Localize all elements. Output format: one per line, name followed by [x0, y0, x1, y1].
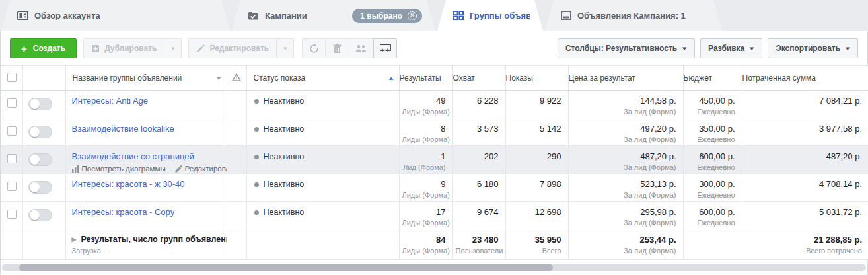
cost-value: 523,13 р. — [571, 179, 676, 189]
row-name-cell: Интересы: красота - Copy — [65, 202, 227, 229]
warning-icon — [232, 74, 241, 83]
view-charts-action[interactable]: Посмотреть диаграммы — [72, 165, 166, 173]
row-checkbox[interactable] — [7, 126, 17, 136]
header-cost[interactable]: Цена за результат — [568, 66, 683, 91]
row-reach-cell: 3 573 — [452, 118, 505, 146]
toolbar-right-group: Столбцы: Результативность ▼ Разбивка ▼ Э… — [558, 38, 858, 58]
action-label: Посмотреть диаграммы — [82, 165, 166, 173]
ab-test-people-icon[interactable] — [349, 38, 373, 58]
summary-cost: 253,44 р. За лид (Форма) — [568, 229, 683, 260]
adset-name-link[interactable]: Интересы: Anti Age — [72, 96, 149, 106]
table-row: Интересы: Anti Age Неактивно 49 Лиды (Фо… — [1, 91, 868, 118]
toolbar: + Создать Дублировать ▼ Редактировать ▼ — [1, 31, 867, 65]
row-toggle[interactable] — [28, 98, 52, 110]
header-spent[interactable]: Потраченная сумма — [742, 66, 868, 91]
row-checkbox[interactable] — [7, 182, 17, 191]
header-results[interactable]: Результаты — [399, 66, 452, 91]
spent-value: 3 977,58 р. — [745, 124, 863, 134]
adsets-table: Название группы объявлений ▼ Статус пока… — [1, 65, 868, 260]
budget-sub: Ежедневно — [686, 136, 735, 143]
placement-preview-icon[interactable] — [373, 38, 397, 58]
columns-button-label: Столбцы: Результативность — [565, 44, 677, 53]
export-button-label: Экспортировать — [776, 44, 840, 53]
summary-spent-value: 21 288,85 р. — [745, 235, 863, 245]
row-spent-cell: 487,20 р. — [742, 146, 868, 174]
header-status[interactable]: Статус показа ▲ — [246, 66, 399, 91]
row-checkbox[interactable] — [7, 210, 17, 219]
summary-spent-sub: Всего потрачено — [745, 247, 863, 255]
trash-icon[interactable] — [326, 38, 349, 58]
row-toggle[interactable] — [28, 209, 52, 221]
summary-results-sub: Лиды (Форма) — [402, 247, 446, 255]
duplicate-button[interactable]: Дублировать — [83, 38, 164, 58]
results-sub: Лид (Форма) — [402, 163, 446, 171]
tab-account-overview[interactable]: Обзор аккаунта — [1, 0, 230, 31]
edit-action[interactable]: Редактировать — [175, 165, 227, 173]
refresh-icon[interactable] — [302, 38, 326, 58]
impressions-value: 290 — [509, 151, 561, 161]
cost-value: 295,98 р. — [571, 207, 676, 217]
create-button[interactable]: + Создать — [10, 38, 77, 58]
tab-ads[interactable]: Объявления Кампания: 1 — [545, 0, 722, 31]
cost-value: 497,20 р. — [571, 124, 676, 134]
adset-name-link[interactable]: Взаимодействие со страницей — [72, 151, 194, 161]
row-toggle[interactable] — [28, 126, 52, 138]
row-toggle[interactable] — [28, 181, 52, 194]
row-checkbox[interactable] — [7, 98, 17, 108]
row-reach-cell: 202 — [452, 146, 505, 174]
row-cost-cell: 497,20 р. За лид (Форма) — [568, 118, 683, 146]
duplicate-split-button: Дублировать ▼ — [83, 38, 182, 58]
impressions-value: 7 898 — [509, 179, 561, 189]
budget-value: 600,00 р. — [686, 151, 735, 161]
export-button[interactable]: Экспортировать ▼ — [768, 38, 858, 58]
badge-label: 1 выбрано — [360, 11, 402, 20]
status-dot-icon — [254, 182, 259, 187]
expand-caret-icon[interactable]: ▶ — [72, 236, 77, 243]
row-budget-cell: 300,00 р. Ежедневно — [683, 174, 742, 202]
row-actions: Посмотреть диаграммы Редактировать Дубли… — [72, 165, 221, 173]
row-checkbox[interactable] — [7, 154, 17, 163]
horizontal-scrollbar-thumb[interactable] — [19, 264, 553, 271]
columns-button[interactable]: Столбцы: Результативность ▼ — [558, 38, 695, 58]
row-toggle-cell — [22, 91, 65, 118]
row-reach-cell: 6 228 — [452, 91, 505, 118]
header-impressions[interactable]: Показы — [505, 66, 568, 91]
cost-sub: За лид (Форма) — [571, 136, 676, 143]
summary-empty-cell — [22, 229, 65, 260]
summary-spent: 21 288,85 р. Всего потрачено — [742, 229, 868, 260]
duplicate-dropdown-arrow[interactable]: ▼ — [164, 38, 182, 58]
chevron-down-icon[interactable]: ▼ — [215, 75, 222, 81]
row-toggle[interactable] — [28, 153, 52, 166]
row-check-cell — [1, 146, 22, 174]
row-cost-cell: 144,58 р. За лид (Форма) — [568, 91, 683, 118]
header-name[interactable]: Название группы объявлений ▼ — [65, 66, 227, 91]
edit-button[interactable]: Редактировать — [188, 38, 277, 58]
reach-value: 3 573 — [456, 124, 499, 134]
row-results-cell: 9 Лиды (Форма) — [399, 174, 452, 202]
edit-dropdown-arrow[interactable]: ▼ — [277, 38, 294, 58]
selected-count-badge[interactable]: 1 выбрано ✕ — [352, 9, 422, 23]
clear-selection-icon[interactable]: ✕ — [408, 11, 417, 20]
cost-sub: За лид (Форма) — [571, 163, 676, 171]
tab-ad-sets[interactable]: Группы объявлений Камп... — [437, 0, 543, 31]
status-label: Неактивно — [264, 124, 305, 134]
summary-title-cell: ▶ Результаты, число групп объявлений: 5 … — [65, 229, 227, 260]
summary-reach-value: 23 480 — [456, 235, 499, 245]
adset-name-link[interactable]: Интересы: красота - ж 30-40 — [72, 179, 185, 189]
results-sub: Лиды (Форма) — [402, 219, 446, 227]
adset-name-link[interactable]: Интересы: красота - Copy — [72, 207, 175, 217]
pencil-icon — [175, 165, 182, 173]
results-value: 8 — [402, 124, 446, 134]
header-spent-label: Потраченная сумма — [742, 73, 816, 83]
row-budget-cell: 600,00 р. Ежедневно — [683, 146, 742, 174]
row-cost-cell: 487,20 р. За лид (Форма) — [568, 146, 683, 174]
select-all-checkbox[interactable] — [7, 73, 17, 82]
cost-sub: За лид (Форма) — [571, 219, 676, 227]
row-warning-cell — [227, 146, 246, 174]
adset-name-link[interactable]: Взаимодействие lookalike — [72, 124, 174, 134]
header-budget[interactable]: Бюджет — [683, 66, 742, 91]
table-row: Взаимодействие lookalike Неактивно 8 Лид… — [1, 118, 868, 146]
header-reach[interactable]: Охват — [452, 66, 505, 91]
tab-campaigns[interactable]: Кампании 1 выбрано ✕ — [232, 0, 435, 31]
breakdown-button[interactable]: Разбивка ▼ — [700, 38, 762, 58]
